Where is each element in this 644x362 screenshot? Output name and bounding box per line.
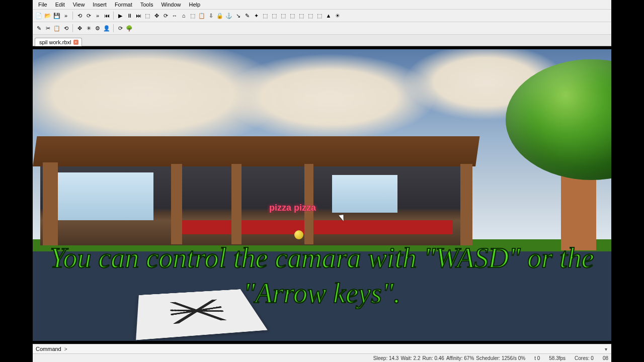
menu-edit[interactable]: Edit [52,1,68,8]
pillar [460,164,472,245]
menu-view[interactable]: View [69,1,89,8]
status-scheduler: Scheduler: 1256/s 0% [476,355,525,361]
status-wait: Wait: 2.2 [400,355,420,361]
window [332,175,397,213]
chevron-right-icon: > [64,346,67,352]
cloud [224,54,435,140]
toolbar-button[interactable]: 📂 [44,12,52,20]
status-affinity: Affinity: 67% [446,355,474,361]
toolbar-button[interactable]: ⬚ [288,12,296,20]
toolbar-button[interactable]: ⚓ [225,12,233,20]
status-run: Run: 0.46 [423,355,444,361]
toolbar-button[interactable]: ⏸ [125,12,133,20]
toolbar-button[interactable]: 📄 [35,12,43,20]
toolbar-button[interactable]: ✳ [85,24,93,32]
toolbar-button[interactable]: ⟲ [62,24,70,32]
viewport-3d[interactable]: pizza pizza You can control the camara w… [33,46,611,344]
toolbar-button[interactable]: ✂ [44,24,52,32]
toolbar-button[interactable]: ⬚ [306,12,314,20]
close-icon[interactable]: × [73,40,78,45]
toolbar-button[interactable]: ⟲ [75,12,84,20]
toolbar-button[interactable]: ↘ [234,12,242,20]
scene: pizza pizza You can control the camara w… [33,49,611,341]
toolbar-button[interactable]: ⌂ [180,12,188,20]
window [53,172,153,220]
status-sleep: Sleep: 14.3 [373,355,399,361]
toolbar-button[interactable]: ⟳ [85,12,93,20]
toolbar-button[interactable]: 🔒 [216,12,224,20]
document-tabs: spil work.rbxl × [33,35,611,46]
toolbar-button[interactable]: ☀ [334,12,342,20]
toolbar-button[interactable]: » [94,12,102,20]
toolbar-button[interactable]: ⬚ [261,12,269,20]
menu-tools[interactable]: Tools [137,1,157,8]
menu-file[interactable]: File [35,1,51,8]
toolbar-button[interactable]: ⇩ [207,12,215,20]
yellow-ball [294,230,303,239]
toolbar-button[interactable]: ⬚ [189,12,197,20]
menu-format[interactable]: Format [111,1,136,8]
toolbar-button[interactable]: 📋 [53,24,61,32]
toolbar-button[interactable]: » [62,12,70,20]
toolbar-button[interactable]: 👤 [103,24,111,32]
menu-window[interactable]: Window [157,1,184,8]
toolbar-button[interactable]: ⏭ [134,12,142,20]
menu-bar: File Edit View Insert Format Tools Windo… [33,0,611,10]
toolbar-button[interactable]: 📋 [198,12,206,20]
command-bar: Command > ▾ [33,344,611,354]
toolbar-button[interactable]: ⬚ [297,12,305,20]
tab-active[interactable]: spil work.rbxl × [35,38,82,46]
toolbar-button[interactable]: ⬚ [315,12,324,20]
toolbar-button[interactable]: ▲ [325,12,333,20]
toolbar-button[interactable]: 💾 [53,12,61,20]
toolbar-button[interactable]: ⟳ [116,24,124,32]
menu-insert[interactable]: Insert [89,1,110,8]
counter [181,220,453,234]
toolbar-button[interactable]: ✎ [35,24,43,32]
toolbar-button[interactable]: ↔ [171,12,179,20]
building-roof [33,136,479,166]
neon-sign: pizza pizza [269,203,316,213]
status-t: t 0 [534,355,540,361]
toolbar-button[interactable]: ⟳ [162,12,170,20]
toolbar-main: 📄📂💾»⟲⟳»⏮▶⏸⏭⬚✥⟳↔⌂⬚📋⇩🔒⚓↘✎✦⬚⬚⬚⬚⬚⬚⬚▲☀ [33,10,611,22]
chevron-down-icon[interactable]: ▾ [604,346,608,352]
status-extra: 08 [603,355,608,361]
toolbar-button[interactable]: ✦ [252,12,260,20]
pillar [43,162,58,245]
app-window: File Edit View Insert Format Tools Windo… [33,0,611,362]
pillar [231,164,242,244]
toolbar-button[interactable]: ⬚ [143,12,151,20]
toolbar-button[interactable]: ✎ [243,12,251,20]
command-input[interactable] [70,345,601,352]
toolbar-secondary: ✎✂📋⟲✥✳⚙👤⟳🌳 [33,22,611,35]
toolbar-button[interactable]: 🌳 [125,24,133,32]
status-cores: Cores: 0 [575,355,594,361]
status-fps: 58.3fps [549,355,566,361]
menu-help[interactable]: Help [186,1,204,8]
toolbar-button[interactable]: ⬚ [279,12,287,20]
toolbar-button[interactable]: ✥ [75,24,84,32]
ground [33,239,611,341]
command-label: Command [36,346,61,352]
building-interior [40,162,470,245]
toolbar-button[interactable]: ▶ [116,12,124,20]
tab-label: spil work.rbxl [39,39,71,45]
status-bar: Sleep: 14.3 Wait: 2.2 Run: 0.46 Affinity… [33,354,611,362]
toolbar-button[interactable]: ⏮ [103,12,111,20]
toolbar-button[interactable]: ⚙ [94,24,102,32]
toolbar-button[interactable]: ⬚ [270,12,278,20]
toolbar-button[interactable]: ✥ [152,12,160,20]
pillar [171,164,182,244]
